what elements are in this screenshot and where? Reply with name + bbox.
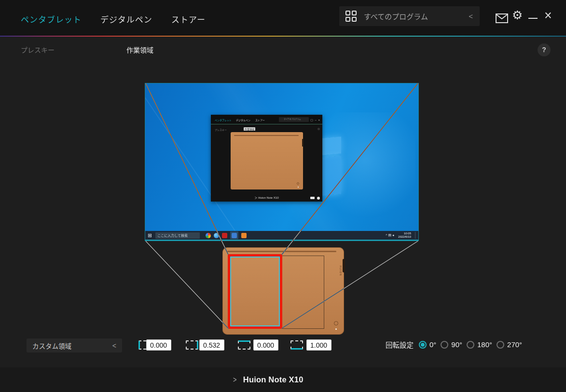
header-bar: ペンタブレット デジタルペン ストアー すべてのプログラム < ⚙ × [0,0,566,37]
mini-tablet-logo [297,182,299,185]
subnav-working-area[interactable]: 作業領域 [126,45,153,54]
mini-program-selector: すべてのプログラム [279,117,309,122]
huion-app-active [230,231,238,239]
mail-icon[interactable] [496,14,508,25]
system-tray: ^ ▤ ● 10:05 2022/6/10 [386,232,416,239]
power-button [343,259,345,272]
show-desktop-sliver [415,232,416,239]
windows-logo-pane [321,156,341,196]
working-area-selection[interactable] [228,254,282,329]
coord-left-input[interactable] [146,339,171,351]
chevron-left-icon: < [112,342,116,350]
mini-help-button [318,128,320,130]
rotation-option-label: 90° [451,340,462,349]
device-name: Huion Note X10 [243,375,304,384]
coord-right-input[interactable] [199,339,224,351]
start-button-icon: ⊞ [148,233,152,238]
header-gradient-divider [0,36,566,37]
tab-store[interactable]: ストアー [171,13,206,25]
rotation-option-180[interactable]: 180° [467,340,492,349]
close-button[interactable]: × [544,9,552,22]
coord-top-input[interactable] [253,339,278,351]
rotation-label: 回転設定 [386,339,414,350]
coord-bottom-icon [290,340,303,350]
windows-logo-pane [322,136,341,155]
app-icon-orange [241,233,247,238]
mini-window-controls: ▢ – × [310,118,320,122]
taskbar-clock: 10:05 2022/6/10 [398,232,411,239]
windows-taskbar: ⊞ ここに入力して検索 ^ ▤ ● 10:05 2022/6/10 [145,231,418,241]
coord-bottom-input[interactable] [306,339,331,351]
rotation-option-label: 270° [507,340,522,349]
program-selector[interactable]: すべてのプログラム < [339,6,480,26]
radio-selected-icon[interactable] [419,341,427,349]
mini-working-area: 作業領域 [244,127,255,131]
area-mode-dropdown[interactable]: カスタム領域 < [27,338,122,352]
mini-tab-digital-pen: デジタルペン [236,118,250,122]
mini-driver-window: ペンタブレット デジタルペン ストアー すべてのプログラム ▢ – × プレスキ… [211,115,322,202]
coord-top-icon [238,340,250,350]
subnav-press-key[interactable]: プレスキー [21,45,55,54]
rotation-option-90[interactable]: 90° [441,340,462,349]
taskbar-app-icons [206,231,247,240]
program-selector-label: すべてのプログラム [364,11,428,21]
tablet-led [335,328,337,330]
mini-tab-pen-tablet: ペンタブレット [215,118,232,122]
device-selector[interactable]: > Huion Note X10 [0,367,566,392]
huion-app-icon [232,233,237,238]
pen-groove [227,251,336,252]
area-mode-label: カスタム領域 [32,341,71,351]
chevron-right-icon: > [233,376,236,384]
mini-tab-store: ストアー [255,118,265,122]
mini-device-name: ＞ Huion Note X10 [211,195,322,200]
coord-right-icon [186,340,198,350]
taskbar-search-box: ここに入力して検索 [155,232,200,239]
mini-press-key: プレスキー [215,128,227,131]
app-icon-red [222,233,227,238]
huion-driver-window: ペンタブレット デジタルペン ストアー すべてのプログラム < ⚙ × プレスキ… [0,0,566,392]
help-button[interactable]: ? [538,43,551,56]
tab-digital-pen[interactable]: デジタルペン [100,13,152,25]
minimize-button[interactable] [528,18,538,19]
mini-battery-icon [310,197,315,199]
monitor-preview: ペンタブレット デジタルペン ストアー すべてのプログラム ▢ – × プレスキ… [145,83,419,241]
desktop-wallpaper: ペンタブレット デジタルペン ストアー すべてのプログラム ▢ – × プレスキ… [145,83,418,231]
chrome-icon [206,233,211,238]
mapping-line-bottom-left [146,241,228,328]
mini-power-button [302,139,304,147]
tablet-logo [334,321,338,325]
radio-icon[interactable] [467,341,474,349]
tab-pen-tablet[interactable]: ペンタブレット [21,13,82,25]
all-programs-grid-icon [345,11,357,22]
mini-tablet-led [298,187,299,188]
rotation-option-label: 180° [477,340,492,349]
rotation-option-label: 0° [429,340,436,349]
radio-icon[interactable] [441,341,448,349]
gear-icon[interactable]: ⚙ [512,9,523,21]
edge-icon [214,233,219,238]
chevron-left-icon[interactable]: < [469,12,473,20]
working-area-inner-border [230,257,280,326]
rotation-option-0[interactable]: 0° [419,340,436,349]
rotation-settings: 回転設定 0° 90° 180° 270° [386,339,522,350]
mini-bluetooth-icon [317,197,320,200]
radio-icon[interactable] [497,341,504,349]
mini-header: ペンタブレット デジタルペン ストアー すべてのプログラム ▢ – × [211,115,322,124]
device-bar: > Huion Note X10 [0,367,566,392]
tray-glyphs: ^ ▤ ● [386,233,394,237]
mini-pen-groove [234,135,299,136]
tablet-brand-text: HUION [339,266,342,276]
mini-tablet-image [231,132,303,189]
rotation-option-270[interactable]: 270° [497,340,522,349]
